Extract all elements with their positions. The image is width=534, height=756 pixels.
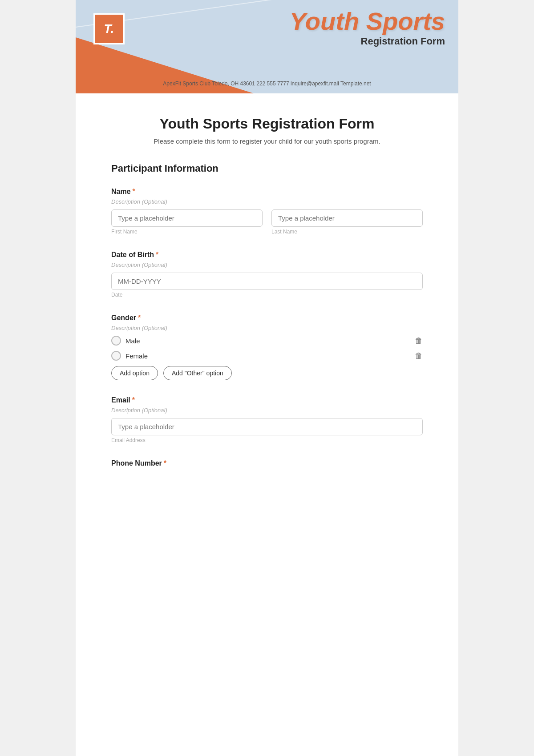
first-name-input[interactable] bbox=[111, 209, 263, 227]
field-group-gender: Gender * Description (Optional) Male 🗑 F… bbox=[111, 314, 423, 380]
add-option-row: Add option Add "Other" option bbox=[111, 366, 423, 380]
logo-box: T. bbox=[93, 13, 125, 44]
field-group-email: Email * Description (Optional) Email Add… bbox=[111, 396, 423, 443]
field-desc-email: Description (Optional) bbox=[111, 407, 423, 414]
email-sublabel: Email Address bbox=[111, 437, 423, 443]
section-title: Participant Information bbox=[111, 163, 423, 174]
field-group-dob: Date of Birth * Description (Optional) D… bbox=[111, 251, 423, 298]
last-name-sublabel: Last Name bbox=[271, 229, 423, 235]
required-star-name: * bbox=[133, 188, 135, 196]
add-option-button[interactable]: Add option bbox=[111, 366, 158, 380]
radio-label-male: Male bbox=[125, 337, 140, 345]
delete-male-icon[interactable]: 🗑 bbox=[415, 336, 423, 346]
field-label-phone: Phone Number * bbox=[111, 459, 423, 467]
field-label-dob: Date of Birth * bbox=[111, 251, 423, 259]
dob-sublabel: Date bbox=[111, 292, 423, 298]
last-name-col: Last Name bbox=[271, 209, 423, 235]
page: T. Youth Sports Registration Form ApexFi… bbox=[76, 0, 458, 756]
radio-label-female: Female bbox=[125, 352, 148, 360]
field-group-name: Name * Description (Optional) First Name… bbox=[111, 188, 423, 235]
field-label-email: Email * bbox=[111, 396, 423, 404]
first-name-sublabel: First Name bbox=[111, 229, 263, 235]
field-desc-dob: Description (Optional) bbox=[111, 261, 423, 268]
required-star-gender: * bbox=[138, 314, 141, 322]
name-row: First Name Last Name bbox=[111, 209, 423, 235]
header-title-area: Youth Sports Registration Form bbox=[290, 9, 445, 47]
first-name-col: First Name bbox=[111, 209, 263, 235]
form-content: Youth Sports Registration Form Please co… bbox=[76, 93, 458, 506]
field-group-phone: Phone Number * bbox=[111, 459, 423, 467]
header-contact: ApexFit Sports Club Toledo, OH 43601 222… bbox=[89, 80, 445, 87]
field-label-name: Name * bbox=[111, 188, 423, 196]
last-name-input[interactable] bbox=[271, 209, 423, 227]
header: T. Youth Sports Registration Form ApexFi… bbox=[76, 0, 458, 93]
field-label-gender: Gender * bbox=[111, 314, 423, 322]
radio-circle-male[interactable] bbox=[111, 336, 121, 346]
field-desc-gender: Description (Optional) bbox=[111, 325, 423, 331]
gender-option-male: Male 🗑 bbox=[111, 336, 423, 346]
gender-option-female: Female 🗑 bbox=[111, 351, 423, 361]
required-star-phone: * bbox=[164, 459, 166, 467]
required-star-email: * bbox=[132, 396, 135, 404]
delete-female-icon[interactable]: 🗑 bbox=[415, 351, 423, 361]
add-other-option-button[interactable]: Add "Other" option bbox=[163, 366, 232, 380]
field-desc-name: Description (Optional) bbox=[111, 198, 423, 205]
radio-circle-female[interactable] bbox=[111, 351, 121, 361]
required-star-dob: * bbox=[156, 251, 158, 259]
email-input[interactable] bbox=[111, 418, 423, 435]
dob-input[interactable] bbox=[111, 273, 423, 290]
header-main-title: Youth Sports bbox=[290, 9, 445, 34]
form-description: Please complete this form to register yo… bbox=[111, 137, 423, 145]
logo-text: T. bbox=[104, 22, 114, 36]
form-main-title: Youth Sports Registration Form bbox=[111, 116, 423, 132]
header-subtitle: Registration Form bbox=[290, 36, 445, 47]
